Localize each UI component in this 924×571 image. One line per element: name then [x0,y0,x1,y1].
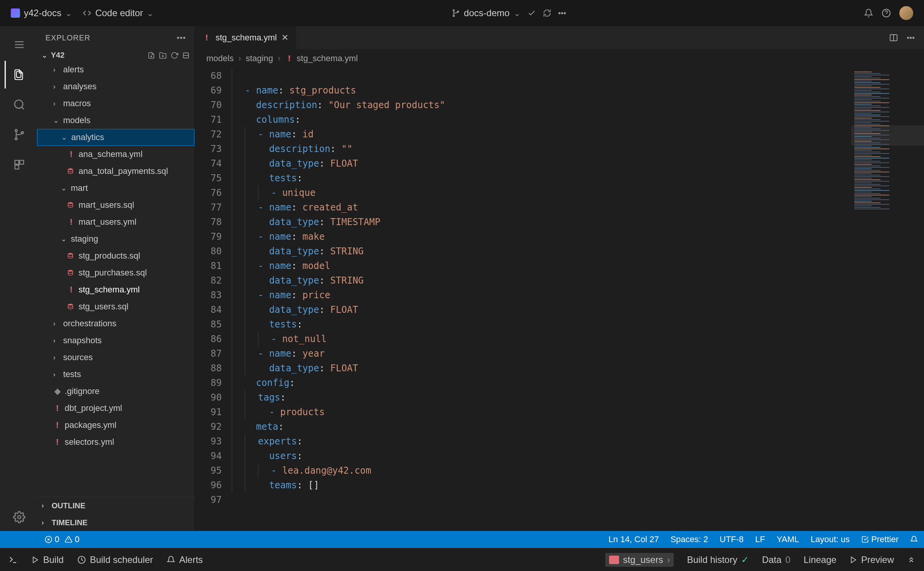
close-icon[interactable]: ✕ [281,33,288,43]
language-mode[interactable]: YAML [777,534,799,544]
folder-item[interactable]: ›analyses [37,78,194,95]
svg-point-26 [68,270,73,272]
file-item[interactable]: stg_users.sql [37,298,194,315]
branch-dropdown[interactable]: docs-demo [452,8,521,18]
folder-item[interactable]: ›alerts [37,61,194,78]
svg-point-25 [68,253,73,255]
file-item[interactable]: mart_users.sql [37,197,194,214]
code-icon [83,9,91,17]
bell-icon[interactable] [910,536,918,543]
keyboard-layout[interactable]: Layout: us [811,534,850,544]
tree-item-label: stg_products.sql [79,251,140,261]
split-editor-icon[interactable] [889,33,898,42]
svg-marker-36 [33,557,38,563]
collapse-icon[interactable] [182,52,190,59]
explorer-icon[interactable] [5,61,32,88]
lineage-button[interactable]: Lineage [803,554,836,565]
chevron-right-icon: › [42,502,49,510]
file-item[interactable]: !stg_schema.yml [37,281,194,298]
file-item[interactable]: !dbt_project.yml [37,400,194,417]
folder-item[interactable]: ⌄mart [37,180,194,197]
breadcrumb-segment[interactable]: models [206,53,234,63]
tree-item-label: stg_purchases.sql [79,268,147,278]
user-avatar[interactable] [899,6,913,20]
data-button[interactable]: Data 0 [762,554,790,565]
more-icon[interactable]: ••• [907,33,915,42]
file-item[interactable]: stg_purchases.sql [37,264,194,281]
alerts-button[interactable]: Alerts [167,554,203,565]
file-item[interactable]: !selectors.yml [37,434,194,451]
minimap[interactable] [851,68,924,531]
file-item[interactable]: !ana_schema.yml [37,146,194,163]
tree-item-label: stg_users.sql [79,302,129,312]
folder-item[interactable]: ›snapshots [37,332,194,349]
svg-point-1 [453,15,455,17]
folder-item[interactable]: ›macros [37,95,194,112]
cursor-position[interactable]: Ln 14, Col 27 [609,534,659,544]
breadcrumb-segment[interactable]: stg_schema.yml [297,53,358,63]
bottom-toolbar: Build Build scheduler Alerts stg_users ›… [0,548,924,571]
svg-rect-13 [15,160,18,164]
build-button[interactable]: Build [32,554,64,565]
asset-chip[interactable]: stg_users › [605,553,674,567]
terminal-icon[interactable] [8,555,18,564]
extensions-icon[interactable] [5,151,32,179]
tree-item-label: ana_schema.yml [79,149,142,159]
folder-item[interactable]: ⌄analytics [37,129,194,146]
sync-icon[interactable] [543,9,551,17]
chevron-down-icon: ⌄ [61,235,68,243]
more-icon[interactable]: ••• [558,9,566,18]
folder-item[interactable]: ›sources [37,349,194,366]
new-file-icon[interactable] [147,52,155,59]
breadcrumbs[interactable]: models › staging › ! stg_schema.yml [195,49,924,68]
sidebar-root[interactable]: ⌄ Y42 [37,49,194,61]
workspace-dropdown[interactable]: y42-docs [11,8,72,18]
menu-icon[interactable] [5,31,32,58]
tree-item-label: orchestrations [63,319,116,329]
outline-section[interactable]: › OUTLINE [37,497,194,514]
eol[interactable]: LF [755,534,765,544]
bell-icon[interactable] [864,8,873,18]
encoding[interactable]: UTF-8 [720,534,743,544]
settings-gear-icon[interactable] [5,503,32,531]
svg-point-8 [15,100,23,108]
build-scheduler-button[interactable]: Build scheduler [77,554,153,565]
collapse-panel-icon[interactable] [907,556,916,564]
help-icon[interactable] [882,8,891,18]
folder-item[interactable]: ⌄staging [37,230,194,247]
chevron-right-icon: › [53,337,60,345]
timeline-section[interactable]: › TIMELINE [37,514,194,531]
warnings-count[interactable]: 0 [65,534,79,544]
file-item[interactable]: ◆.gitignore [37,383,194,400]
sidebar-title: EXPLORER [45,33,90,42]
file-item[interactable]: stg_products.sql [37,247,194,264]
chevron-down-icon [65,8,72,18]
file-item[interactable]: ana_total_payments.sql [37,163,194,180]
mode-dropdown[interactable]: Code editor [83,8,154,18]
yaml-file-icon: ! [53,437,62,447]
refresh-icon[interactable] [171,52,178,59]
indentation[interactable]: Spaces: 2 [670,534,708,544]
preview-button[interactable]: Preview [850,554,894,565]
errors-count[interactable]: 0 [45,534,59,544]
file-item[interactable]: !packages.yml [37,417,194,434]
file-item[interactable]: !mart_users.yml [37,214,194,230]
source-control-icon[interactable] [5,121,32,149]
build-history-button[interactable]: Build history ✓ [687,554,749,565]
more-icon[interactable]: ••• [177,33,186,42]
tree-item-label: mart [71,183,88,193]
code-content[interactable]: - name: stg_products description: "Our s… [232,68,851,531]
chevron-right-icon: › [667,554,670,565]
prettier-status[interactable]: Prettier [861,534,899,544]
breadcrumb-segment[interactable]: staging [246,53,273,63]
folder-item[interactable]: ›orchestrations [37,315,194,332]
svg-point-10 [15,130,17,132]
chevron-right-icon: › [53,66,60,74]
folder-item[interactable]: ⌄models [37,112,194,129]
search-icon[interactable] [5,91,32,119]
folder-item[interactable]: ›tests [37,366,194,383]
new-folder-icon[interactable] [159,52,167,59]
tab-stg-schema[interactable]: ! stg_schema.yml ✕ [195,26,296,49]
yaml-file-icon: ! [67,149,75,159]
check-icon[interactable] [527,9,536,17]
